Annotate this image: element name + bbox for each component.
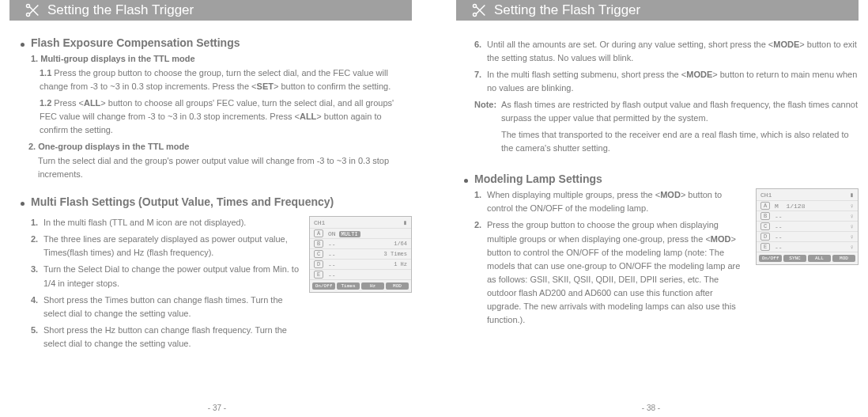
lcd-btn: On/Off [312,282,335,290]
scissors-icon [470,2,488,19]
lamp-icon: ♀ [850,213,854,220]
battery-icon: ▮ [850,191,854,199]
modeling-title: Modeling Lamp Settings [474,172,602,185]
svg-line-7 [476,6,485,14]
lcd-btn: ALL [808,255,831,262]
left-content: Flash Exposure Compensation Settings 1. … [9,21,412,351]
fec-2-body: Turn the select dial and the group's pow… [38,154,412,181]
lcd-btn: SYNC [783,255,806,262]
page-spread: Setting the Flash Trigger Flash Exposure… [0,0,868,417]
multi-flash-title: Multi Flash Settings (Output Value, Time… [31,195,334,208]
page-37: Setting the Flash Trigger Flash Exposure… [0,0,434,417]
lcd-btn: On/Off [759,255,782,262]
lamp-icon: ♀ [850,203,854,210]
bullet-icon [464,179,468,183]
step-6: 6. Until all the amounts are set. Or dur… [474,38,859,65]
scissors-icon [24,2,41,19]
step-3: 3. Turn the Select Dial to change the po… [31,263,301,290]
svg-line-3 [29,6,38,14]
modeling-section: Modeling Lamp Settings 1. When displayin… [464,172,859,326]
fec-1-2: 1.2 Press <ALL> button to choose all gro… [40,97,412,137]
section-header-left: Setting the Flash Trigger [9,0,412,21]
note: Note: As flash times are restricted by f… [474,98,859,125]
lamp-icon: ♀ [850,223,854,230]
fec-sub1: 1. Multi-group displays in the TTL mode [31,54,412,63]
fec-1-1: 1.1 Press the group button to choose the… [40,66,412,93]
note-cont: The times that transported to the receiv… [474,128,859,155]
lcd-btn: MOD [386,282,409,290]
modeling-step-2: 2. Press the group button to choose the … [474,218,748,326]
continued-steps: 6. Until all the amounts are set. Or dur… [464,38,859,155]
modeling-steps: 1. When displaying multiple groups, pres… [464,185,748,326]
page-number: - 38 - [434,404,868,412]
fec-sub2: 2. One-group displays in the TTL mode [28,142,412,151]
step-7: 7. In the multi flash setting submenu, s… [474,68,859,95]
lcd-modeling: CH1▮ AM 1/128♀ B--♀ C--♀ D--♀ E--♀ On/Of… [756,188,859,265]
lcd-btn: Hz [361,282,384,290]
battery-icon: ▮ [403,219,407,226]
lcd-btn: Times [337,282,360,290]
right-content: 6. Until all the amounts are set. Or dur… [456,21,859,327]
modeling-step-1: 1. When displaying multiple groups, pres… [474,188,748,215]
lamp-icon: ♀ [850,244,854,251]
fec-section: Flash Exposure Compensation Settings 1. … [21,36,412,181]
lamp-icon: ♀ [850,233,854,241]
header-title: Setting the Flash Trigger [47,2,194,18]
lcd-multi-flash: CH1▮ AONMULTI B--1/64 C--3 Times D--1 Hz… [309,216,412,293]
svg-line-6 [476,6,485,15]
page-38: Setting the Flash Trigger 6. Until all t… [434,0,868,417]
step-2: 2. The three lines are separately displa… [31,233,301,260]
multi-flash-steps: 1. In the multi flash (TTL and M icon ar… [21,213,301,350]
section-header-right: Setting the Flash Trigger [456,0,859,21]
multi-flash-section: Multi Flash Settings (Output Value, Time… [21,195,412,350]
page-number: - 37 - [0,404,434,412]
bullet-icon [21,43,25,47]
step-1: 1. In the multi flash (TTL and M icon ar… [31,216,301,229]
fec-title: Flash Exposure Compensation Settings [31,36,240,49]
step-5: 5. Short press the Hz button can change … [31,324,301,351]
header-title: Setting the Flash Trigger [494,2,640,18]
svg-line-2 [29,6,38,15]
lcd-btn: MOD [832,255,855,262]
step-4: 4. Short press the Times button can chan… [31,294,301,320]
bullet-icon [21,202,25,206]
